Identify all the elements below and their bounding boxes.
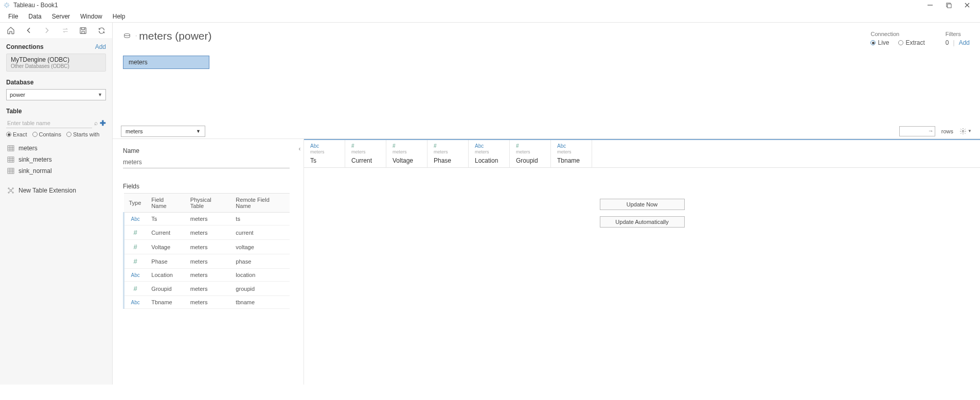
tableau-icon — [3, 2, 10, 9]
grid-wrap: AbcmetersTs#metersCurrent#metersVoltage#… — [304, 139, 980, 385]
database-select[interactable]: power ▼ — [6, 89, 106, 100]
grid-header-row: AbcmetersTs#metersCurrent#metersVoltage#… — [304, 139, 980, 168]
type-icon: Abc — [310, 143, 340, 149]
field-row[interactable]: #Voltagemetersvoltage — [124, 240, 290, 254]
chevron-down-icon: ▼ — [98, 92, 102, 97]
refresh-icon[interactable] — [97, 25, 106, 36]
remote-field: ts — [230, 213, 290, 225]
add-table-icon[interactable]: ✚ — [100, 119, 106, 127]
field-row[interactable]: AbcTbnamemeterstbname — [124, 296, 290, 309]
filters-add-link[interactable]: Add — [959, 39, 970, 46]
field-row[interactable]: AbcTsmetersts — [124, 213, 290, 225]
col-source: meters — [475, 149, 504, 154]
svg-point-26 — [124, 33, 130, 36]
rows-input[interactable] — [899, 126, 935, 136]
match-startswith[interactable]: Starts with — [66, 131, 99, 137]
search-icon[interactable]: ⌕ — [94, 119, 98, 127]
close-button[interactable] — [963, 1, 972, 10]
type-icon: # — [393, 143, 422, 149]
connection-live[interactable]: Live — [870, 39, 889, 46]
svg-point-27 — [962, 130, 964, 132]
collapse-handle[interactable]: ‹ — [296, 139, 304, 385]
filters-label: Filters — [946, 31, 970, 37]
field-row[interactable]: #Currentmeterscurrent — [124, 225, 290, 240]
back-icon[interactable] — [24, 25, 33, 36]
physical-table: meters — [185, 269, 231, 282]
detail-name-label: Name — [123, 147, 290, 154]
mid-bar: meters ▼ rows ▼ — [113, 124, 980, 139]
data-area: Name meters Fields Type Field Name Physi… — [113, 139, 980, 385]
col-phys[interactable]: Physical Table — [185, 194, 231, 213]
menu-window[interactable]: Window — [75, 12, 108, 21]
menu-file[interactable]: File — [3, 12, 23, 21]
connections-label: Connections — [6, 43, 44, 50]
work-area: · meters (power) Connection Live Extract… — [113, 23, 980, 385]
update-auto-button[interactable]: Update Automatically — [600, 216, 685, 228]
svg-rect-5 — [80, 27, 86, 33]
table-icon — [7, 156, 14, 163]
update-buttons: Update Now Update Automatically — [600, 199, 685, 385]
grid-column-header[interactable]: #metersGroupid — [510, 140, 551, 167]
svg-rect-6 — [8, 146, 14, 151]
table-pill[interactable]: meters — [123, 56, 209, 69]
update-now-button[interactable]: Update Now — [600, 199, 685, 210]
match-contains[interactable]: Contains — [32, 131, 61, 137]
detail-name-value[interactable]: meters — [123, 156, 290, 168]
table-search-input[interactable] — [6, 118, 92, 128]
svg-point-24 — [8, 192, 9, 193]
svg-point-25 — [12, 192, 13, 193]
type-icon: # — [351, 143, 381, 149]
remote-field: groupid — [230, 282, 290, 296]
window-buttons — [925, 1, 977, 10]
col-name: Phase — [434, 157, 451, 164]
grid-column-header[interactable]: AbcmetersTbname — [551, 140, 592, 167]
connection-item[interactable]: MyTDengine (ODBC) Other Databases (ODBC) — [6, 54, 106, 72]
col-name: Ts — [310, 157, 316, 164]
swap-icon[interactable] — [61, 25, 69, 36]
home-icon[interactable] — [6, 25, 15, 36]
sheet-select[interactable]: meters ▼ — [121, 126, 205, 137]
col-remote[interactable]: Remote Field Name — [230, 194, 290, 213]
physical-table: meters — [185, 213, 231, 225]
field-row[interactable]: AbcLocationmeterslocation — [124, 269, 290, 282]
field-row[interactable]: #Phasemetersphase — [124, 254, 290, 269]
physical-table: meters — [185, 282, 231, 296]
grid-column-header[interactable]: #metersVoltage — [386, 140, 427, 167]
grid-body: Update Now Update Automatically — [304, 168, 980, 385]
col-type[interactable]: Type — [124, 194, 147, 213]
menu-server[interactable]: Server — [47, 12, 75, 21]
connection-extract[interactable]: Extract — [898, 39, 924, 46]
table-item[interactable]: meters — [6, 143, 106, 154]
forward-icon[interactable] — [43, 25, 51, 36]
field-name: Groupid — [146, 282, 185, 296]
grid-column-header[interactable]: #metersPhase — [427, 140, 469, 167]
menu-bar: File Data Server Window Help — [0, 10, 980, 23]
menu-help[interactable]: Help — [108, 12, 131, 21]
table-item[interactable]: sink_normal — [6, 165, 106, 177]
table-item[interactable]: sink_meters — [6, 154, 106, 165]
menu-data[interactable]: Data — [23, 12, 46, 21]
canvas-header: · meters (power) Connection Live Extract… — [113, 23, 980, 46]
col-field[interactable]: Field Name — [146, 194, 185, 213]
fields-label: Fields — [123, 183, 290, 190]
settings-button[interactable]: ▼ — [959, 128, 972, 135]
new-ext-label: New Table Extension — [19, 187, 76, 194]
field-row[interactable]: #Groupidmetersgroupid — [124, 282, 290, 296]
field-name: Phase — [146, 254, 185, 269]
filters-count: 0 — [946, 39, 949, 46]
save-icon[interactable] — [79, 25, 87, 36]
table-item-label: sink_normal — [19, 167, 52, 175]
new-table-extension[interactable]: New Table Extension — [6, 184, 106, 197]
maximize-button[interactable] — [944, 1, 953, 10]
add-connection-link[interactable]: Add — [95, 43, 106, 50]
minimize-button[interactable] — [925, 1, 935, 10]
datasource-title[interactable]: meters (power) — [139, 30, 211, 42]
match-exact[interactable]: Exact — [6, 131, 27, 137]
type-icon: Abc — [557, 143, 586, 149]
grid-column-header[interactable]: AbcmetersTs — [304, 140, 345, 167]
grid-column-header[interactable]: AbcmetersLocation — [469, 140, 510, 167]
col-source: meters — [516, 149, 545, 154]
grid-column-header[interactable]: #metersCurrent — [345, 140, 386, 167]
canvas-body[interactable]: meters — [113, 46, 980, 124]
connection-name: MyTDengine (ODBC) — [11, 56, 101, 63]
